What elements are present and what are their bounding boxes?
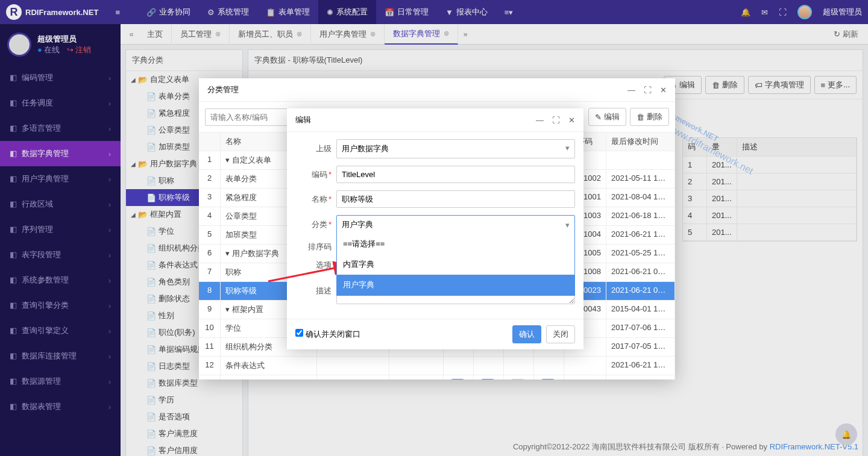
dialog-mask [0,0,868,24]
